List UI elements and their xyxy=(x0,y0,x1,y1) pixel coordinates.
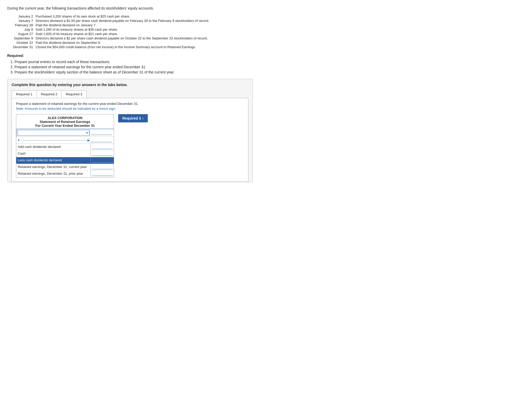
list-item: Prepare journal entries to record each o… xyxy=(14,60,253,64)
stmt-row-add-dividends: Add cash dividends declared xyxy=(16,144,114,150)
stmt-value-less-dividends[interactable] xyxy=(92,158,113,163)
date-cell: February 28 xyxy=(7,23,36,27)
complete-question-box: Complete this question by entering your … xyxy=(7,79,253,182)
stmt-value-add-dividends[interactable] xyxy=(92,145,113,149)
stmt-input-cash[interactable] xyxy=(91,150,114,157)
complete-title: Complete this question by entering your … xyxy=(12,83,248,87)
intro-text: During the current year, the following t… xyxy=(7,6,253,10)
stmt-dropdown-row[interactable] xyxy=(16,129,114,137)
stmt-label-cash: Cash xyxy=(16,150,91,157)
tab-content-area: Prepare a statement of retained earnings… xyxy=(12,98,248,182)
required3-label: Required 3 xyxy=(122,116,141,120)
statement-body: ▼ ▶ Add cash dividends declared xyxy=(16,129,114,177)
date-cell: August 27 xyxy=(7,32,36,36)
tab-instruction: Prepare a statement of retained earnings… xyxy=(16,102,244,106)
table-row: January 7 Directors declared a $1.50 per… xyxy=(7,19,253,23)
tab-note: Note: Amounts to be deducted should be i… xyxy=(16,107,244,111)
corp-name: ALEX CORPORATION xyxy=(17,116,113,120)
stmt-input-re-prior[interactable] xyxy=(91,171,114,177)
table-row: September 9 Directors declared a $2 per … xyxy=(7,36,253,40)
chevron-right-icon: › xyxy=(142,116,143,120)
desc-cell: Directors declared a $2 per share cash d… xyxy=(36,36,253,40)
stmt-label-less-dividends: Less cash dividends declared xyxy=(16,157,91,164)
stmt-input-re-current[interactable] xyxy=(91,164,114,170)
table-row: February 28 Paid the dividend declared o… xyxy=(7,23,253,27)
date-cell: January 7 xyxy=(7,19,36,23)
stmt-value-re-prior[interactable] xyxy=(92,172,113,176)
desc-cell: Sold 1,600 of its treasury shares at $21… xyxy=(36,32,253,36)
statement-box: ALEX CORPORATION Statement of Retained E… xyxy=(16,114,114,178)
stmt-value-re-current[interactable] xyxy=(92,165,113,169)
date-cell: September 9 xyxy=(7,36,36,40)
table-row: August 27 Sold 1,600 of its treasury sha… xyxy=(7,32,253,36)
tab-required2[interactable]: Required 2 xyxy=(37,90,62,98)
stmt-input-add-dividends[interactable] xyxy=(91,144,114,150)
stmt-input-cell[interactable] xyxy=(90,130,113,136)
stmt-row-less-dividends: Less cash dividends declared xyxy=(16,157,114,164)
list-item: Prepare a statement of retained earnings… xyxy=(14,65,253,69)
statement-header: ALEX CORPORATION Statement of Retained E… xyxy=(16,114,114,129)
table-row: July 9 Sold 1,280 of its treasury shares… xyxy=(7,28,253,31)
tab-required3[interactable]: Required 3 xyxy=(61,90,87,98)
stmt-value-input[interactable] xyxy=(91,131,112,135)
stmt-period: For Current Year Ended December 31 xyxy=(17,124,113,128)
desc-cell: Purchased 3,200 shares of its own stock … xyxy=(36,14,253,18)
stmt-arrow-row: ▼ ▶ xyxy=(16,137,114,144)
stmt-row-re-current: Retained earnings, December 31, current … xyxy=(16,164,114,171)
stmt-label-re-current: Retained earnings, December 31, current … xyxy=(16,164,91,170)
tab-required1[interactable]: Required 1 xyxy=(12,90,37,98)
right-arrow-icon: ▶ xyxy=(87,139,90,142)
stmt-row-cash: Cash xyxy=(16,150,114,157)
tabs-container: Required 1 Required 2 Required 3 xyxy=(12,90,248,98)
list-item: Prepare the stockholders' equity section… xyxy=(14,70,253,74)
date-cell: July 9 xyxy=(7,28,36,31)
stmt-dropdown-select[interactable] xyxy=(18,130,90,136)
table-row: October 22 Paid the dividend declared on… xyxy=(7,41,253,45)
stmt-row-re-prior: Retained earnings, December 31, prior ye… xyxy=(16,171,114,177)
date-cell: January 2 xyxy=(7,14,36,18)
desc-cell: Closed the $54,000 credit balance (from … xyxy=(36,45,253,49)
stmt-label-re-prior: Retained earnings, December 31, prior ye… xyxy=(16,171,91,177)
table-row: December 31 Closed the $54,000 credit ba… xyxy=(7,45,253,49)
stmt-arrow-input[interactable] xyxy=(91,138,112,142)
required-section: Required: Prepare journal entries to rec… xyxy=(7,54,253,74)
table-row: January 2 Purchased 3,200 shares of its … xyxy=(7,14,253,18)
required-list: Prepare journal entries to record each o… xyxy=(7,60,253,74)
date-cell: October 22 xyxy=(7,41,36,45)
date-cell: December 31 xyxy=(7,45,36,49)
statement-wrapper: ALEX CORPORATION Statement of Retained E… xyxy=(16,114,244,178)
required3-button[interactable]: Required 3 › xyxy=(118,114,148,122)
stmt-label-add-dividends: Add cash dividends declared xyxy=(16,144,91,150)
desc-cell: Paid the dividend declared on September … xyxy=(36,41,253,45)
desc-cell: Directors declared a $1.50 per share cas… xyxy=(36,19,253,23)
required-title: Required: xyxy=(7,54,253,58)
stmt-title: Statement of Retained Earnings xyxy=(17,120,113,124)
desc-cell: Paid the dividend declared on January 7. xyxy=(36,23,253,27)
transactions-table: January 2 Purchased 3,200 shares of its … xyxy=(7,14,253,49)
desc-cell: Sold 1,280 of its treasury shares at $30… xyxy=(36,28,253,31)
down-arrow-icon: ▼ xyxy=(17,139,20,142)
stmt-value-cash[interactable] xyxy=(92,152,113,156)
